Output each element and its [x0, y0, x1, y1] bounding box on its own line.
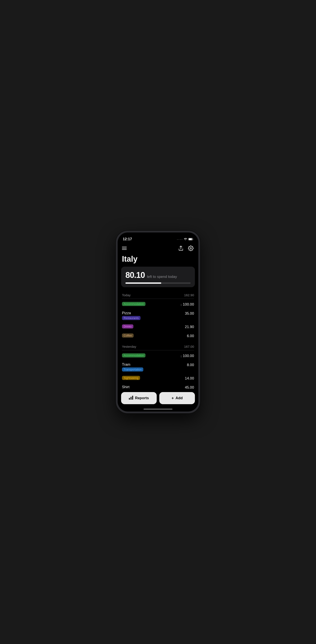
bottom-bar: Reports + Add: [118, 390, 198, 408]
header-right: [178, 245, 194, 252]
category-tag: Accommodation: [122, 302, 146, 306]
expense-right: ↕100.00: [180, 353, 194, 358]
expense-amount: 14.00: [185, 376, 194, 380]
category-tag: Accommodation: [122, 353, 146, 358]
page-title: Italy: [118, 254, 198, 267]
expense-right: 45.00: [185, 385, 194, 390]
day-label: Today: [122, 293, 131, 297]
add-label: Add: [175, 396, 183, 400]
expense-right: 35.00: [185, 311, 194, 316]
add-button[interactable]: + Add: [159, 392, 195, 404]
day-total: 167.00: [184, 345, 194, 348]
expense-left: Coffee: [122, 334, 134, 338]
budget-label: left to spend today: [147, 275, 177, 279]
status-time: 12:17: [123, 237, 132, 241]
expense-right: ↕100.00: [180, 302, 194, 307]
expense-amount: 21.90: [185, 325, 194, 329]
expense-left: ShirtShopping: [122, 385, 137, 390]
menu-button[interactable]: [122, 247, 127, 250]
svg-rect-1: [189, 238, 192, 240]
category-tag: Drinks: [122, 324, 133, 328]
expense-right: 21.90: [185, 324, 194, 329]
category-tag: Restaurants: [122, 316, 141, 320]
notch: [144, 232, 172, 240]
header-left: [122, 247, 127, 250]
day-section-today: Today162.90Accommodation↕100.00PizzaRest…: [122, 291, 194, 340]
expense-item[interactable]: Coffee6.00: [122, 331, 194, 340]
share-button[interactable]: [178, 245, 184, 252]
add-icon: +: [171, 396, 174, 400]
expense-left: Sightseeing: [122, 376, 140, 380]
reports-icon: [129, 396, 133, 401]
expense-amount: 100.00: [183, 302, 194, 307]
category-tag: Coffee: [122, 334, 134, 338]
budget-amount-row: 80.10 left to spend today: [125, 270, 191, 280]
expense-amount: 100.00: [183, 354, 194, 358]
settings-button[interactable]: [187, 245, 194, 252]
app-header: [118, 243, 198, 254]
category-tag: Transportation: [122, 368, 143, 372]
expense-left: Accommodation: [122, 353, 146, 358]
svg-point-2: [190, 248, 192, 249]
expense-left: Drinks: [122, 324, 133, 328]
svg-rect-3: [129, 398, 130, 400]
expense-left: Accommodation: [122, 302, 146, 306]
expense-name: Tram: [122, 362, 143, 367]
expense-right: 14.00: [185, 376, 194, 380]
category-tag: Sightseeing: [122, 376, 140, 380]
budget-card: 80.10 left to spend today: [121, 267, 195, 287]
reports-button[interactable]: Reports: [121, 392, 157, 404]
status-icons: · · · ·: [177, 238, 193, 241]
transfer-icon: ↕: [180, 354, 182, 358]
transfer-icon: ↕: [180, 303, 182, 306]
expense-item[interactable]: ShirtShopping45.00: [122, 383, 194, 390]
progress-bar-bg: [125, 282, 191, 284]
expense-item[interactable]: Sightseeing14.00: [122, 374, 194, 383]
expense-left: PizzaRestaurants: [122, 311, 141, 320]
expense-amount: 6.00: [187, 334, 194, 338]
phone-frame: 12:17 · · · ·: [116, 231, 200, 413]
day-header-yesterday: Yesterday167.00: [122, 342, 194, 350]
expense-item[interactable]: Accommodation↕100.00: [122, 300, 194, 309]
expense-amount: 8.00: [187, 363, 194, 367]
expense-right: 8.00: [187, 362, 194, 367]
expense-item[interactable]: Accommodation↕100.00: [122, 351, 194, 360]
expense-item[interactable]: Drinks21.90: [122, 322, 194, 331]
progress-bar-fill: [125, 282, 161, 284]
svg-rect-4: [131, 397, 132, 400]
home-indicator: [144, 408, 172, 410]
expense-right: 6.00: [187, 334, 194, 338]
expense-item[interactable]: TramTransportation8.00: [122, 360, 194, 374]
day-section-yesterday: Yesterday167.00Accommodation↕100.00TramT…: [122, 342, 194, 390]
expense-name: Shirt: [122, 385, 137, 389]
day-total: 162.90: [184, 293, 194, 297]
expense-left: TramTransportation: [122, 362, 143, 372]
budget-number: 80.10: [125, 270, 145, 280]
expense-amount: 35.00: [185, 312, 194, 316]
day-header-today: Today162.90: [122, 291, 194, 299]
battery-icon: [188, 238, 193, 240]
day-label: Yesterday: [122, 345, 136, 348]
wifi-icon: [184, 238, 187, 240]
scroll-content[interactable]: Today162.90Accommodation↕100.00PizzaRest…: [118, 291, 198, 390]
phone-inner: 12:17 · · · ·: [118, 232, 198, 412]
expense-item[interactable]: PizzaRestaurants35.00: [122, 309, 194, 322]
expense-name: Pizza: [122, 311, 141, 315]
expense-amount: 45.00: [185, 385, 194, 390]
reports-label: Reports: [135, 396, 149, 400]
signal-icon: · · · ·: [177, 238, 182, 241]
svg-rect-5: [132, 396, 133, 400]
